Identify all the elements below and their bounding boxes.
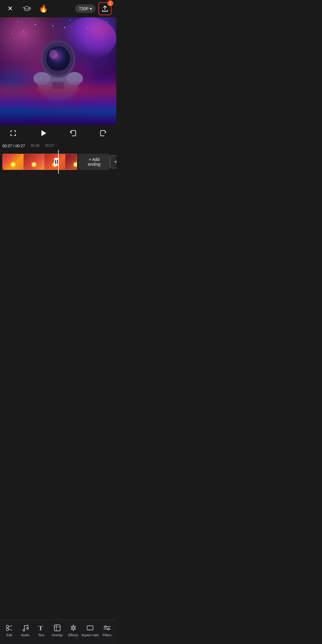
- close-icon: ✕: [7, 5, 13, 13]
- add-ending-button[interactable]: + Add ending: [78, 154, 110, 170]
- play-icon: [39, 129, 47, 137]
- top-bar: ✕ 🔥 720P ▾ 1: [0, 0, 116, 17]
- time-marker-2: 00:27: [45, 144, 54, 148]
- star: [12, 33, 12, 34]
- undo-icon: [69, 129, 77, 137]
- export-icon: [101, 5, 109, 12]
- time-markers: 00:27 / 00:27 • 00:26 • 00:27 •: [0, 142, 116, 150]
- play-button[interactable]: [37, 127, 49, 139]
- time-dot-3: •: [57, 145, 58, 147]
- top-bar-left: ✕ 🔥: [5, 3, 49, 14]
- playhead-handle: [54, 158, 58, 166]
- redo-button[interactable]: [97, 127, 109, 139]
- chevron-down-icon: ▾: [90, 6, 92, 11]
- fullscreen-button[interactable]: [7, 127, 19, 139]
- quality-label: 720P: [79, 6, 89, 11]
- plus-icon: +: [114, 158, 116, 166]
- add-clip-button[interactable]: +: [110, 155, 116, 168]
- export-badge: 1: [107, 0, 113, 6]
- flame-icon: 🔥: [39, 4, 48, 13]
- empty-area: [0, 176, 116, 242]
- flame-button[interactable]: 🔥: [38, 3, 49, 14]
- time-dot-2: •: [42, 145, 43, 147]
- nebula-cloud: [63, 17, 116, 59]
- timeline-scroll[interactable]: + Add ending +: [0, 150, 116, 174]
- star: [35, 24, 36, 25]
- close-button[interactable]: ✕: [5, 3, 16, 14]
- pause-bar-1: [55, 160, 56, 164]
- water-layer: [0, 80, 116, 125]
- top-bar-right: 720P ▾ 1: [75, 2, 112, 15]
- svg-marker-13: [41, 130, 46, 136]
- playback-controls: [0, 125, 116, 142]
- pause-bar-2: [57, 160, 58, 164]
- video-clip[interactable]: [2, 154, 77, 170]
- quality-button[interactable]: 720P ▾: [75, 4, 95, 13]
- star: [107, 21, 108, 22]
- add-ending-label: + Add ending: [83, 157, 105, 167]
- time-current: 00:27 / 00:27: [2, 144, 25, 148]
- video-preview: [0, 17, 116, 125]
- fullscreen-icon: [10, 130, 17, 137]
- graduation-cap-icon: [23, 4, 31, 13]
- time-marker-1: 00:26: [31, 144, 40, 148]
- svg-point-9: [46, 46, 70, 71]
- time-dot-1: •: [27, 145, 28, 147]
- export-button[interactable]: 1: [98, 2, 112, 15]
- pause-bars: [55, 160, 58, 164]
- clip-thumbnail-2: [24, 154, 44, 170]
- undo-button[interactable]: [67, 127, 79, 139]
- clip-thumbnail-1: [3, 154, 24, 170]
- timeline-area: 00:27 / 00:27 • 00:26 • 00:27 •: [0, 142, 116, 176]
- clip-thumbnail-4: [65, 154, 77, 170]
- playhead: [58, 150, 59, 174]
- redo-icon: [99, 129, 107, 137]
- star: [23, 31, 24, 31]
- star: [18, 21, 18, 22]
- learn-button[interactable]: [21, 3, 32, 14]
- star: [70, 20, 70, 21]
